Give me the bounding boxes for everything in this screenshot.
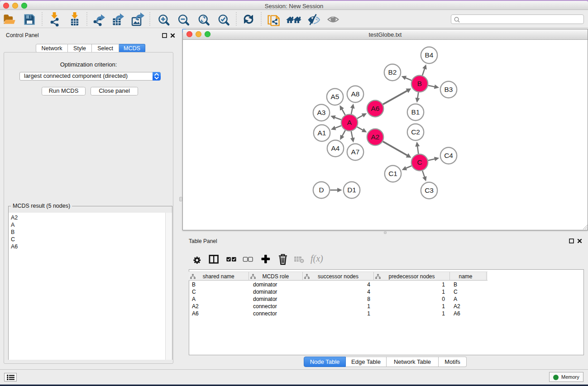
svg-text:C1: C1 — [388, 170, 397, 177]
svg-text:B4: B4 — [425, 51, 434, 59]
svg-text:D1: D1 — [347, 186, 356, 194]
svg-text:A7: A7 — [351, 148, 360, 156]
svg-text:C: C — [417, 158, 422, 166]
svg-text:A1: A1 — [318, 129, 326, 137]
svg-text:B2: B2 — [388, 68, 397, 76]
svg-text:A: A — [347, 119, 352, 126]
svg-text:A6: A6 — [371, 105, 380, 112]
svg-text:A3: A3 — [317, 109, 326, 116]
svg-text:A5: A5 — [331, 93, 339, 100]
svg-text:B3: B3 — [445, 86, 453, 93]
svg-text:C2: C2 — [411, 128, 420, 136]
svg-text:B1: B1 — [411, 108, 420, 116]
svg-text:C3: C3 — [425, 186, 434, 194]
svg-text:A8: A8 — [351, 90, 360, 98]
svg-text:A4: A4 — [331, 144, 340, 152]
svg-text:A2: A2 — [371, 133, 380, 141]
svg-text:D: D — [319, 186, 324, 194]
svg-text:B: B — [417, 80, 422, 87]
svg-text:C4: C4 — [444, 152, 453, 159]
